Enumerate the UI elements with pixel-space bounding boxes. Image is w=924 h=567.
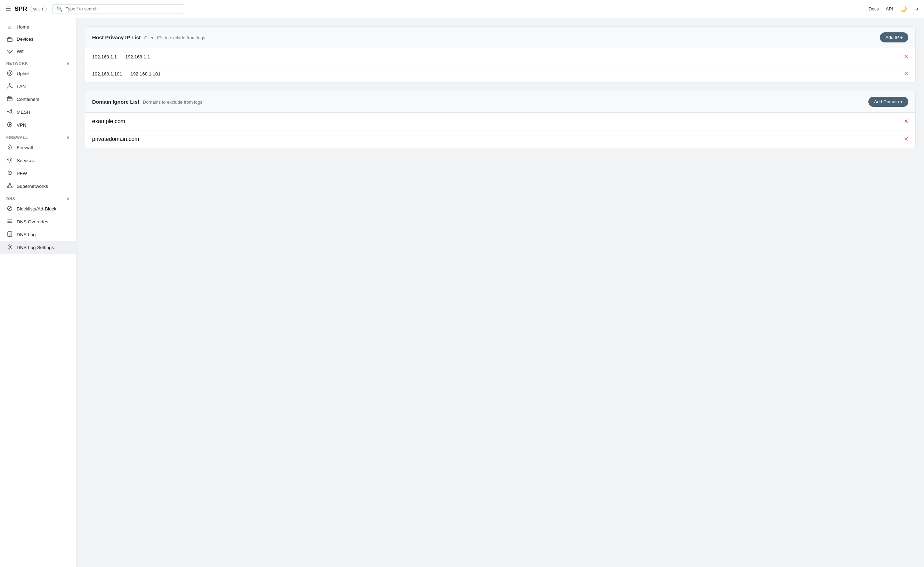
search-icon: 🔍 [57,6,63,12]
sidebar-label-wifi: Wifi [16,49,25,54]
svg-point-5 [12,87,12,88]
topbar-right: Docs API 🌙 ➔ [868,6,918,12]
ip-col1: 192.168.1.101 [92,71,122,77]
svg-point-3 [9,83,10,84]
menu-icon[interactable]: ☰ [6,5,11,13]
sidebar-item-blocklists[interactable]: Blocklists/Ad-Block [0,203,76,215]
supernetworks-icon [6,183,13,190]
sidebar-label-containers: Containers [16,97,39,102]
sidebar-label-services: Services [16,158,35,163]
svg-point-13 [11,113,12,114]
svg-point-25 [11,186,12,188]
delete-ip-1-button[interactable]: ✕ [904,71,908,77]
domain-value: example.com [92,118,125,125]
svg-point-12 [11,109,12,111]
firewall-section-label: FIREWALL [6,135,28,140]
host-privacy-section: Host Privacy IP List Client IPs to exclu… [85,26,916,83]
host-privacy-list: 192.168.1.1 192.168.1.1 ✕ 192.168.1.101 … [85,48,915,82]
mesh-icon [6,109,13,116]
host-privacy-header: Host Privacy IP List Client IPs to exclu… [85,27,915,48]
sidebar-label-blocklists: Blocklists/Ad-Block [16,206,56,212]
dns-log-settings-icon [6,244,13,251]
dns-chevron-icon[interactable]: ∧ [66,196,70,201]
vpn-icon [6,122,13,128]
docs-link[interactable]: Docs [868,6,879,12]
sidebar-item-mesh[interactable]: MESH [0,106,76,119]
sidebar-label-devices: Devices [16,36,33,42]
svg-line-15 [9,112,11,113]
containers-icon [6,96,13,102]
dns-overrides-icon [6,218,13,225]
sidebar-label-dns-log-settings: DNS Log Settings [16,245,54,250]
sidebar-label-pfw: PFW [16,171,27,176]
firewall-chevron-icon[interactable]: ∧ [66,135,70,140]
svg-point-24 [7,186,9,188]
sidebar: ⌂ Home Devices Wifi [0,18,76,567]
api-link[interactable]: API [886,6,893,12]
logout-button[interactable]: ➔ [914,6,918,12]
services-icon [6,157,13,164]
search-input[interactable] [65,6,180,12]
domain-ignore-subtitle: Domains to exclude from logs [143,99,202,105]
dns-section-label: DNS [6,197,15,201]
sidebar-item-dns-log-settings[interactable]: DNS Log Settings [0,241,76,254]
uplink-icon [6,70,13,77]
sidebar-item-devices[interactable]: Devices [0,33,76,45]
sidebar-item-vpn[interactable]: VPN [0,119,76,131]
delete-ip-0-button[interactable]: ✕ [904,54,908,60]
network-chevron-icon[interactable]: ∧ [66,61,70,66]
svg-rect-0 [7,38,12,41]
network-section-label: NETWORK [6,61,28,65]
devices-icon [6,36,13,42]
sidebar-label-supernetworks: Supernetworks [16,183,48,189]
host-privacy-title: Host Privacy IP List [92,35,141,41]
app-version: v0.3.1 [30,6,46,12]
sidebar-label-dns-overrides: DNS Overrides [16,219,48,224]
sidebar-label-firewall: Firewall [16,145,33,150]
sidebar-item-pfw[interactable]: PFW [0,167,76,180]
delete-domain-0-button[interactable]: ✕ [904,119,908,124]
sidebar-item-dns-overrides[interactable]: DNS Overrides [0,215,76,228]
firewall-icon [6,144,13,151]
ip-col1: 192.168.1.1 [92,54,117,60]
svg-point-19 [9,159,11,161]
domain-ignore-list: example.com ✕ privatedomain.com ✕ [85,113,915,148]
domain-value: privatedomain.com [92,136,139,142]
search-bar[interactable]: 🔍 [52,4,184,14]
svg-point-23 [9,183,10,185]
sidebar-item-wifi[interactable]: Wifi [0,45,76,57]
sidebar-label-uplink: Uplink [16,71,30,76]
wifi-icon [6,48,13,54]
sidebar-item-supernetworks[interactable]: Supernetworks [0,180,76,193]
sidebar-item-firewall[interactable]: Firewall [0,141,76,154]
table-row: 192.168.1.101 192.168.1.101 ✕ [85,65,915,82]
ip-col2: 192.168.1.1 [125,54,150,60]
svg-point-22 [9,173,10,174]
app-body: ⌂ Home Devices Wifi [0,18,924,567]
lan-icon [6,83,13,90]
svg-line-7 [8,86,10,87]
blocklists-icon [6,206,13,212]
add-ip-button[interactable]: Add IP + [880,32,908,42]
table-row: 192.168.1.1 192.168.1.1 ✕ [85,48,915,65]
sidebar-item-uplink[interactable]: Uplink [0,67,76,80]
sidebar-item-home[interactable]: ⌂ Home [0,21,76,33]
main-content: Host Privacy IP List Client IPs to exclu… [76,18,924,567]
sidebar-item-lan[interactable]: LAN [0,80,76,93]
delete-domain-1-button[interactable]: ✕ [904,136,908,142]
host-privacy-subtitle: Client IPs to exclude from logs [144,35,206,41]
svg-point-20 [8,158,12,162]
add-domain-button[interactable]: Add Domain + [868,97,908,107]
sidebar-item-dns-log[interactable]: DNS Log [0,228,76,241]
sidebar-label-home: Home [16,24,29,30]
sidebar-section-dns: DNS ∧ [0,193,76,203]
app-logo: SPR [15,6,27,12]
sidebar-item-services[interactable]: Services [0,154,76,167]
theme-toggle-button[interactable]: 🌙 [900,6,907,12]
sidebar-item-containers[interactable]: Containers [0,93,76,106]
sidebar-label-lan: LAN [16,84,26,89]
svg-point-35 [9,246,11,248]
sidebar-section-network: NETWORK ∧ [0,57,76,67]
domain-ignore-title: Domain Ignore List [92,99,140,105]
svg-point-11 [7,111,9,112]
